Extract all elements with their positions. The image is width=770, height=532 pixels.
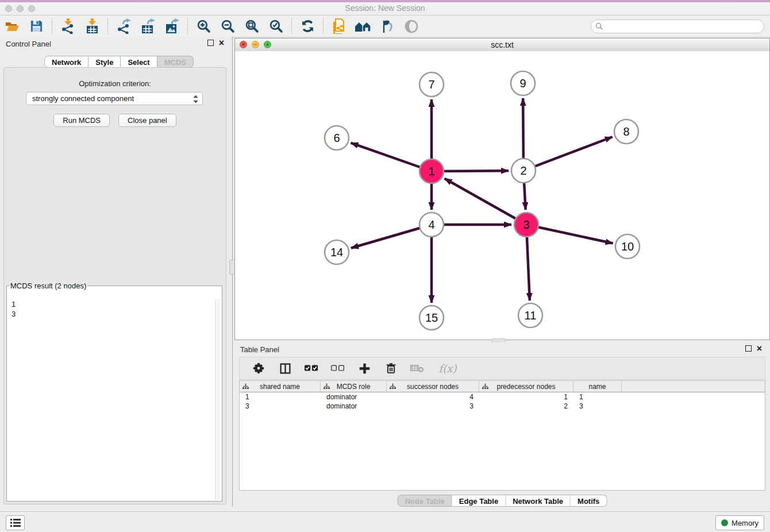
node-label-3: 3 (523, 218, 529, 231)
toolbar-separator (107, 18, 108, 34)
node-label-11: 11 (525, 309, 537, 322)
optimization-criterion-label: Optimization criterion: (4, 79, 226, 88)
tab-style[interactable]: Style (88, 56, 121, 68)
node-label-1: 1 (428, 165, 434, 178)
close-panel-icon[interactable]: × (219, 40, 224, 46)
open-session-icon[interactable] (3, 18, 21, 35)
table-panel: Table Panel × f(x) shared (234, 342, 770, 511)
import-network-icon[interactable] (59, 18, 76, 35)
zoom-fit-icon[interactable] (243, 18, 260, 35)
column-header-filler (622, 381, 765, 392)
select-stepper-icon (192, 95, 199, 103)
column-header-MCDS-role[interactable]: MCDS role (321, 381, 387, 392)
table-cell[interactable]: 2 (479, 402, 573, 411)
search-icon (595, 22, 603, 30)
result-scrollbar[interactable] (215, 299, 221, 500)
search-input[interactable] (591, 20, 764, 33)
edge-3-10[interactable] (526, 225, 613, 244)
save-session-icon[interactable] (28, 18, 45, 35)
hide-panel-icon[interactable] (379, 18, 396, 35)
table-row[interactable]: 1dominator411 (240, 392, 765, 402)
tab-motifs[interactable]: Motifs (571, 495, 607, 507)
refresh-view-icon[interactable] (299, 18, 316, 35)
node-label-10: 10 (621, 240, 634, 253)
window-titlebar: Session: New Session (0, 0, 770, 16)
zoom-selected-icon[interactable] (267, 18, 284, 35)
table-cell[interactable]: 3 (240, 402, 321, 411)
tab-network[interactable]: Network (44, 56, 88, 68)
node-label-14: 14 (330, 246, 343, 259)
mcds-result-group: MCDS result (2 nodes) 13 (6, 282, 222, 502)
column-header-successor-nodes[interactable]: successor nodes (387, 381, 479, 392)
mcds-result-title: MCDS result (2 nodes) (9, 282, 87, 290)
export-image-icon[interactable] (163, 18, 180, 35)
column-header-name[interactable]: name (573, 381, 622, 392)
export-table-icon[interactable] (139, 18, 156, 35)
tab-node-table[interactable]: Node Table (398, 495, 452, 507)
mcds-tab-content: Optimization criterion: strongly connect… (3, 67, 226, 504)
main-toolbar (0, 16, 770, 37)
table-cell[interactable]: 3 (387, 402, 479, 411)
network-canvas[interactable]: 7968124314101511 (235, 51, 769, 340)
node-label-15: 15 (425, 311, 438, 324)
export-network-icon[interactable] (115, 18, 132, 35)
float-panel-icon[interactable] (207, 40, 214, 46)
table-options-icon[interactable] (250, 360, 267, 377)
table-tabs: Node TableEdge TableNetwork TableMotifs (398, 495, 607, 507)
duplicate-network-icon[interactable] (330, 18, 348, 35)
delete-column-icon[interactable] (382, 360, 399, 377)
memory-button[interactable]: Memory (715, 515, 764, 530)
criterion-select[interactable]: strongly connected component (26, 92, 203, 105)
table-cell[interactable]: 1 (479, 392, 573, 402)
zoom-out-icon[interactable] (219, 18, 236, 35)
select-all-icon[interactable] (303, 360, 320, 377)
status-bar: Memory (0, 511, 770, 532)
table-cell[interactable]: dominator (321, 392, 387, 402)
tab-edge-table[interactable]: Edge Table (452, 495, 506, 507)
network-view-window: × − + scc.txt 7968124314101511 (234, 38, 770, 340)
close-table-panel-icon[interactable]: × (757, 346, 762, 352)
table-cell[interactable]: 1 (240, 392, 321, 402)
node-label-8: 8 (623, 125, 629, 138)
node-table-body: 1dominator4113dominator323 (240, 392, 765, 411)
home-view-icon[interactable] (355, 18, 372, 35)
table-row[interactable]: 3dominator323 (240, 402, 765, 411)
close-panel-button[interactable]: Close panel (118, 114, 176, 127)
table-cell[interactable]: dominator (321, 402, 387, 411)
node-label-9: 9 (519, 77, 526, 90)
node-label-6: 6 (333, 132, 340, 144)
show-overview-icon[interactable] (403, 18, 420, 35)
fx-label: f(x) (439, 363, 457, 375)
run-mcds-button[interactable]: Run MCDS (53, 114, 110, 127)
result-line: 1 (8, 299, 221, 309)
table-cell[interactable]: 3 (573, 402, 622, 411)
edge-1-6[interactable] (351, 143, 432, 171)
column-header-predecessor-nodes[interactable]: predecessor nodes (479, 381, 573, 392)
control-panel-tabs: NetworkStyleSelectMCDS (44, 56, 194, 68)
control-panel-header: Control Panel × (0, 37, 231, 51)
tab-select[interactable]: Select (121, 56, 157, 68)
add-column-icon[interactable] (356, 360, 373, 377)
titlebar-accent (0, 0, 770, 2)
task-history-button[interactable] (6, 515, 25, 530)
zoom-in-icon[interactable] (195, 18, 212, 35)
mcds-result-list[interactable]: 13 (8, 299, 221, 500)
toolbar-separator (187, 18, 188, 34)
delete-table-icon[interactable] (409, 360, 426, 377)
edge-3-1[interactable] (445, 179, 526, 225)
float-table-panel-icon[interactable] (745, 345, 752, 352)
table-cell[interactable]: 1 (573, 392, 622, 402)
table-cell[interactable]: 4 (387, 392, 479, 402)
network-window-titlebar[interactable]: × − + scc.txt (235, 38, 769, 52)
deselect-all-icon[interactable] (329, 360, 346, 377)
tab-network-table[interactable]: Network Table (506, 495, 571, 507)
edge-2-8[interactable] (523, 137, 613, 171)
import-table-icon[interactable] (83, 18, 101, 35)
window-title: Session: New Session (0, 3, 770, 13)
column-header-shared-name[interactable]: shared name (240, 381, 321, 392)
function-builder-icon[interactable]: f(x) (435, 360, 460, 377)
show-columns-icon[interactable] (276, 360, 294, 377)
tab-mcds[interactable]: MCDS (157, 56, 194, 68)
node-table-header: shared nameMCDS rolesuccessor nodesprede… (240, 381, 765, 392)
node-label-4: 4 (428, 218, 434, 231)
